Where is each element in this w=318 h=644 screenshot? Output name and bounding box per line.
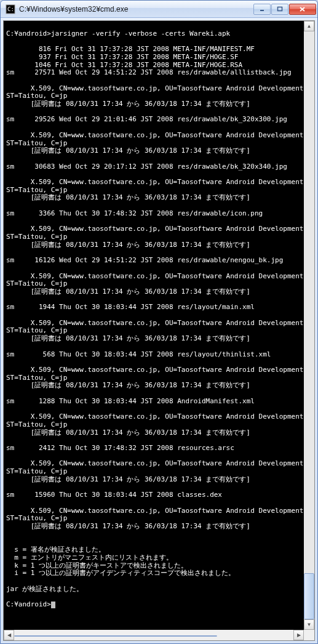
scroll-right-button[interactable]: ▶ — [293, 630, 304, 640]
window-controls — [253, 4, 316, 15]
scroll-track-v[interactable] — [304, 31, 314, 619]
svg-rect-3 — [278, 7, 282, 10]
scrollbar-corner — [304, 630, 314, 640]
scroll-thumb-h[interactable] — [14, 635, 217, 637]
titlebar[interactable]: C: C:¥Windows¥system32¥cmd.exe — [1, 1, 317, 18]
scroll-down-button[interactable]: ▼ — [304, 619, 314, 630]
cmd-window: C: C:¥Windows¥system32¥cmd.exe C:¥androi… — [0, 0, 318, 644]
terminal-container: C:¥android>jarsigner -verify -verbose -c… — [3, 20, 315, 641]
window-title: C:¥Windows¥system32¥cmd.exe — [19, 5, 253, 14]
scroll-thumb-v[interactable] — [304, 573, 314, 619]
minimize-button[interactable] — [253, 4, 271, 15]
terminal-output[interactable]: C:¥android>jarsigner -verify -verbose -c… — [4, 21, 314, 637]
horizontal-scrollbar[interactable]: ◀ ▶ — [4, 630, 304, 640]
vertical-scrollbar[interactable]: ▲ ▼ — [304, 21, 314, 630]
svg-text:C:: C: — [7, 6, 14, 12]
scroll-left-button[interactable]: ◀ — [4, 630, 14, 640]
close-button[interactable] — [289, 4, 316, 15]
cmd-icon: C: — [6, 4, 15, 14]
maximize-button[interactable] — [271, 4, 288, 15]
scroll-up-button[interactable]: ▲ — [304, 21, 314, 31]
